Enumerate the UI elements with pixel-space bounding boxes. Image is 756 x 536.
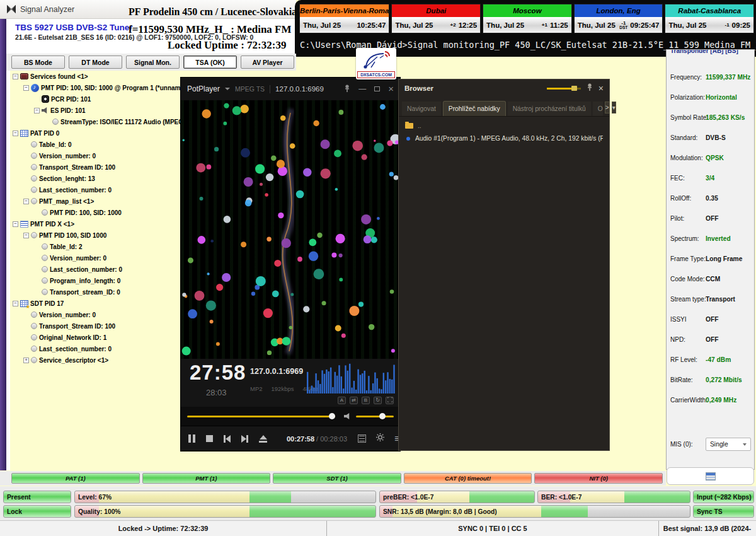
clock-rabat-casablanca: Rabat-CasablancaThu, Jul 25-109:25 bbox=[665, 4, 754, 33]
collapse-icon[interactable]: − bbox=[23, 233, 29, 238]
chevron-down-icon[interactable] bbox=[225, 88, 230, 90]
tab-av-player[interactable]: AV Player bbox=[241, 55, 294, 69]
opacity-slider-handle[interactable] bbox=[571, 86, 577, 91]
loop-arrows-icon[interactable]: ⇄ bbox=[350, 397, 358, 404]
tab-bs-mode[interactable]: BS Mode bbox=[11, 55, 65, 69]
seek-thumb[interactable] bbox=[329, 413, 335, 419]
potplayer-title[interactable]: PotPlayer bbox=[187, 84, 220, 93]
tree-item[interactable]: StreamType: ISO/IEC 11172 Audio (MPEG-1)… bbox=[10, 116, 181, 127]
tree-item[interactable]: Transport_Stream ID: 100 bbox=[10, 320, 181, 332]
potplayer-titlebar[interactable]: PotPlayer MPEG TS 127.0.0.1:6969 — × bbox=[181, 78, 400, 100]
volume-thumb[interactable] bbox=[379, 413, 386, 419]
collapse-icon[interactable]: − bbox=[13, 221, 18, 227]
tree-item[interactable]: +Service_descriptor <1> bbox=[10, 354, 181, 366]
param-row: ISSYIOFF bbox=[667, 312, 754, 332]
tree-item[interactable]: Last_section_number: 0 bbox=[10, 184, 181, 195]
browser-content: .. Audio #1(Program 1) - MPEG Audio, 48.… bbox=[399, 117, 609, 148]
fullscreen-icon[interactable] bbox=[386, 397, 394, 404]
video-area[interactable] bbox=[181, 100, 400, 359]
tree-item[interactable]: Program_info_length: 0 bbox=[10, 275, 181, 286]
tree-item-label: PMT_map_list <1> bbox=[39, 198, 94, 205]
tree-item[interactable]: −PMT PID 100, SID 1000 bbox=[10, 230, 181, 241]
tab-tsa-ok[interactable]: TSA (OK) bbox=[183, 55, 237, 69]
close-icon[interactable]: × bbox=[388, 85, 394, 93]
player-right-controls: ≡ bbox=[358, 433, 400, 445]
tree-item[interactable]: −PMT PID: 100, SID: 1000 @ Program 1 (*u… bbox=[10, 82, 181, 93]
pin-icon[interactable] bbox=[587, 83, 593, 94]
audio-track-item[interactable]: Audio #1(Program 1) - MPEG Audio, 48.0 k… bbox=[405, 135, 603, 142]
pcr-icon bbox=[42, 95, 49, 103]
tree-item[interactable]: Version_number: 0 bbox=[10, 252, 181, 264]
tree-item[interactable]: −ES PID: 101 bbox=[10, 105, 181, 116]
param-value: Horizontal bbox=[706, 94, 737, 101]
ab-loop-b-button[interactable]: B bbox=[362, 397, 370, 404]
tree-item[interactable]: Version_number: 0 bbox=[10, 150, 181, 161]
browser-titlebar[interactable]: Browser × bbox=[399, 79, 609, 97]
tab-signal-mon[interactable]: Signal Mon. bbox=[126, 55, 180, 69]
tree-item[interactable]: Section_lenght: 13 bbox=[10, 173, 181, 184]
note-icon bbox=[31, 84, 39, 92]
pause-button[interactable] bbox=[188, 434, 195, 443]
opacity-slider[interactable] bbox=[547, 88, 581, 90]
tree-item[interactable]: Transport_Stream ID: 100 bbox=[10, 161, 181, 173]
browser-window: Browser × NavigovatProhlížeč nabídkyNást… bbox=[398, 79, 610, 451]
collapse-icon[interactable]: − bbox=[13, 301, 18, 306]
browser-tab-prohl-e-nab-dky[interactable]: Prohlížeč nabídky bbox=[443, 101, 506, 116]
tab-dt-mode[interactable]: DT Mode bbox=[69, 55, 122, 69]
tree-item[interactable]: −Services found <1> bbox=[10, 71, 181, 82]
param-value: Inverted bbox=[706, 235, 731, 242]
expand-icon[interactable]: + bbox=[23, 358, 29, 363]
tree-item[interactable]: −PMT_map_list <1> bbox=[10, 195, 181, 207]
tree-item[interactable]: Last_section_number: 0 bbox=[10, 343, 181, 354]
stream-list-button[interactable] bbox=[667, 467, 754, 485]
settings-gear-icon[interactable] bbox=[375, 433, 385, 445]
browser-tab-n-stroj-proch-zen-titulk[interactable]: Nástroj procházení titulků bbox=[508, 102, 591, 116]
eject-button[interactable] bbox=[259, 435, 267, 443]
repeat-icon[interactable]: ↻ bbox=[374, 397, 382, 404]
param-label: CarrierWidth: bbox=[670, 397, 707, 404]
parent-folder-item[interactable]: .. bbox=[405, 122, 603, 129]
ab-loop-a-button[interactable]: A bbox=[338, 397, 346, 404]
tree-item-label: Last_section_number: 0 bbox=[50, 266, 122, 273]
dot-icon bbox=[31, 323, 37, 329]
tree-item[interactable]: −PAT PID 0 bbox=[10, 127, 181, 139]
tree-item[interactable]: PCR PID: 101 bbox=[10, 93, 181, 105]
tree-item[interactable]: −SDT PID 17 bbox=[10, 298, 181, 309]
tree-item[interactable]: −PMT PID X <1> bbox=[10, 218, 181, 230]
stop-button[interactable] bbox=[206, 435, 213, 442]
minimize-icon[interactable]: — bbox=[358, 85, 366, 93]
collapse-icon[interactable]: − bbox=[13, 131, 18, 136]
param-value: CCM bbox=[706, 276, 720, 283]
seek-bar[interactable] bbox=[187, 416, 335, 417]
close-icon[interactable]: × bbox=[598, 83, 604, 93]
collapse-icon[interactable]: − bbox=[13, 74, 18, 79]
tree-item[interactable]: Table_Id: 2 bbox=[10, 241, 181, 252]
maximize-icon[interactable] bbox=[374, 86, 380, 91]
tree-item[interactable]: Table_Id: 0 bbox=[10, 139, 181, 150]
tree-item[interactable]: Original_Network ID: 1 bbox=[10, 332, 181, 343]
tree-item[interactable]: Version_number: 0 bbox=[10, 309, 181, 320]
tab-scroll-right-icon[interactable]: > bbox=[605, 102, 610, 114]
browser-tab-navigovat[interactable]: Navigovat bbox=[402, 102, 441, 116]
clock-time-value: 09:25:47 bbox=[630, 21, 659, 29]
browser-tab-online-s[interactable]: Online S bbox=[593, 102, 603, 116]
volume-slider[interactable] bbox=[356, 416, 394, 417]
param-value: Long Frame bbox=[706, 255, 742, 262]
dot-icon bbox=[42, 209, 48, 216]
tree-item-label: Last_section_number: 0 bbox=[39, 346, 112, 352]
tree-item[interactable]: Last_section_number: 0 bbox=[10, 264, 181, 275]
playlist-icon[interactable] bbox=[358, 434, 366, 443]
collapse-icon[interactable]: − bbox=[23, 85, 29, 91]
previous-button[interactable] bbox=[224, 435, 231, 443]
next-button[interactable] bbox=[241, 435, 248, 443]
statusbar-uptime: Locked -> Uptime: 72:32:39 bbox=[0, 521, 327, 536]
volume-icon[interactable] bbox=[344, 413, 351, 420]
tree-item[interactable]: Transport_stream_ID: 0 bbox=[10, 286, 181, 298]
mis-select[interactable]: Single bbox=[706, 438, 751, 451]
tree-item[interactable]: PMT PID: 100, SID: 1000 bbox=[10, 207, 181, 218]
collapse-icon[interactable]: − bbox=[34, 108, 40, 114]
pin-icon[interactable] bbox=[344, 84, 350, 94]
collapse-icon[interactable]: − bbox=[23, 199, 29, 204]
tab-list-chevron-icon[interactable]: ▾ bbox=[612, 102, 616, 114]
player-info-panel: 27:58 28:03 127.0.0.1:6969 MP2 192kbps 4… bbox=[181, 359, 400, 407]
